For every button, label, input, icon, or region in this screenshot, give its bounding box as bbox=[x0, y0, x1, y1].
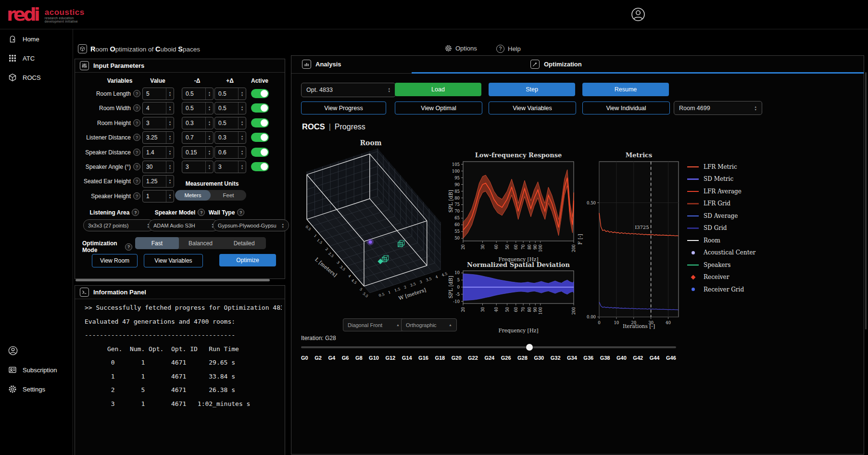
param-plus-input[interactable]: 0.5▲▼ bbox=[214, 117, 246, 129]
spinner-buttons[interactable]: ▲▼ bbox=[205, 132, 213, 143]
speaker-model-select[interactable]: ADAM Audio S3H▲▼ bbox=[149, 219, 219, 231]
param-value-input[interactable]: 1.4▲▼ bbox=[142, 146, 174, 159]
legend-item[interactable]: SD Metric bbox=[687, 173, 771, 186]
normalized-spatial-deviation-chart[interactable]: 1050-5-102030405060708090100200Normalize… bbox=[448, 260, 579, 337]
param-value-input[interactable]: 1.25▲▼ bbox=[142, 175, 174, 188]
redi-logo[interactable]: redi acoustics research education develo… bbox=[7, 6, 85, 24]
help-icon[interactable]: ? bbox=[133, 177, 140, 185]
spinner-buttons[interactable]: ▲▼ bbox=[238, 147, 246, 158]
sidebar-item-atc[interactable]: ATC bbox=[0, 49, 73, 68]
param-value-input[interactable]: 3▲▼ bbox=[142, 117, 174, 129]
legend-item[interactable]: SD Average bbox=[687, 210, 771, 222]
vertical-scrollbar[interactable] bbox=[865, 72, 867, 329]
mode-option-fast[interactable]: Fast bbox=[135, 237, 179, 249]
param-minus-input[interactable]: 0.15▲▼ bbox=[182, 146, 214, 159]
help-icon[interactable]: ? bbox=[237, 209, 244, 216]
spinner-buttons[interactable]: ▲▼ bbox=[238, 102, 246, 114]
help-icon[interactable]: ? bbox=[133, 149, 140, 156]
param-value-input[interactable]: 4▲▼ bbox=[142, 102, 174, 114]
help-icon[interactable]: ? bbox=[133, 119, 140, 126]
help-icon[interactable]: ? bbox=[133, 134, 140, 141]
param-minus-input[interactable]: 0.3▲▼ bbox=[182, 117, 214, 129]
spinner-buttons[interactable]: ▲▼ bbox=[205, 147, 213, 158]
help-icon[interactable]: ? bbox=[133, 104, 140, 112]
slider-track[interactable] bbox=[301, 346, 676, 348]
sidebar-item-home[interactable]: Home bbox=[0, 29, 73, 49]
spinner-buttons[interactable]: ▲▼ bbox=[238, 117, 246, 129]
param-value-input[interactable]: 3.25▲▼ bbox=[142, 131, 174, 144]
spinner-buttons[interactable]: ▲▼ bbox=[166, 88, 174, 100]
spinner-buttons[interactable]: ▲▼ bbox=[205, 161, 213, 173]
help-icon[interactable]: ? bbox=[133, 163, 140, 170]
spinner-buttons[interactable]: ▲▼ bbox=[166, 161, 174, 173]
wall-type-select[interactable]: Gypsum-Plywood-Gypsu▲▼ bbox=[213, 219, 289, 231]
sidebar-item-rocs[interactable]: ROCS bbox=[0, 68, 73, 87]
view-variables-button[interactable]: View Variables bbox=[489, 101, 576, 114]
optimization-select[interactable]: Opt. 4833▲▼ bbox=[301, 83, 396, 97]
spinner-buttons[interactable]: ▲▼ bbox=[205, 102, 213, 114]
param-plus-input[interactable]: 0.5▲▼ bbox=[214, 88, 246, 100]
view-variables-button[interactable]: View Variables bbox=[144, 254, 203, 267]
legend-item[interactable]: Receiver bbox=[687, 271, 771, 284]
legend-item[interactable]: Room bbox=[687, 234, 771, 247]
param-active-toggle[interactable] bbox=[251, 162, 269, 171]
view-progress-button[interactable]: View Progress bbox=[301, 101, 386, 114]
sidebar-item-subscription[interactable]: Subscription bbox=[0, 360, 73, 379]
legend-item[interactable]: Receiver Grid bbox=[687, 283, 771, 296]
projection-select[interactable]: Orthographic▲ bbox=[401, 318, 457, 331]
units-option-feet[interactable]: Feet bbox=[211, 190, 246, 201]
param-active-toggle[interactable] bbox=[251, 118, 269, 127]
legend-item[interactable]: LFR Metric bbox=[687, 161, 771, 173]
param-plus-input[interactable]: 3▲▼ bbox=[214, 161, 246, 173]
help-icon[interactable]: ? bbox=[133, 90, 140, 97]
help-button[interactable]: ? Help bbox=[496, 45, 521, 53]
param-minus-input[interactable]: 0.5▲▼ bbox=[182, 88, 214, 100]
step-button[interactable]: Step bbox=[489, 83, 575, 96]
mode-option-balanced[interactable]: Balanced bbox=[179, 237, 223, 249]
low-frequency-response-chart[interactable]: 5055606570758085909510010520304050607080… bbox=[448, 145, 579, 265]
legend-item[interactable]: LFR Grid bbox=[687, 198, 771, 210]
param-value-input[interactable]: 30▲▼ bbox=[142, 161, 174, 173]
spinner-buttons[interactable]: ▲▼ bbox=[166, 147, 174, 158]
spinner-buttons[interactable]: ▲▼ bbox=[166, 176, 174, 187]
legend-item[interactable]: Acoustical Center bbox=[687, 247, 771, 259]
spinner-buttons[interactable]: ▲▼ bbox=[205, 117, 213, 129]
sidebar-item-settings[interactable]: Settings bbox=[0, 379, 73, 399]
units-option-meters[interactable]: Meters bbox=[175, 190, 211, 201]
camera-view-select[interactable]: Diagonal Front▲ bbox=[343, 318, 404, 331]
horizontal-scrollbar[interactable] bbox=[75, 279, 270, 281]
param-minus-input[interactable]: 3▲▼ bbox=[182, 161, 214, 173]
options-button[interactable]: Options bbox=[445, 45, 477, 52]
param-minus-input[interactable]: 0.7▲▼ bbox=[182, 131, 214, 144]
legend-item[interactable]: Speakers bbox=[687, 259, 771, 271]
legend-item[interactable]: LFR Average bbox=[687, 185, 771, 198]
param-plus-input[interactable]: 0.5▲▼ bbox=[214, 102, 246, 114]
param-plus-input[interactable]: 0.3▲▼ bbox=[214, 131, 246, 144]
view-optimal-button[interactable]: View Optimal bbox=[395, 101, 482, 114]
param-plus-input[interactable]: 0.6▲▼ bbox=[214, 146, 246, 159]
listening-area-select[interactable]: 3x3x3 (27 points)▲▼ bbox=[83, 219, 154, 231]
param-minus-input[interactable]: 0.5▲▼ bbox=[182, 102, 214, 114]
help-icon[interactable]: ? bbox=[133, 192, 140, 200]
spinner-buttons[interactable]: ▲▼ bbox=[166, 117, 174, 129]
spinner-buttons[interactable]: ▲▼ bbox=[238, 88, 246, 100]
param-active-toggle[interactable] bbox=[251, 103, 269, 113]
tab-analysis[interactable]: Analysis bbox=[302, 56, 341, 73]
sidebar-account-button[interactable] bbox=[0, 341, 73, 360]
spinner-buttons[interactable]: ▲▼ bbox=[166, 102, 174, 114]
param-value-input[interactable]: 5▲▼ bbox=[142, 88, 174, 100]
help-icon[interactable]: ? bbox=[125, 243, 132, 251]
param-active-toggle[interactable] bbox=[251, 148, 269, 157]
legend-item[interactable]: SD Grid bbox=[687, 222, 771, 235]
view-individual-button[interactable]: View Individual bbox=[582, 101, 670, 114]
spinner-buttons[interactable]: ▲▼ bbox=[238, 132, 246, 143]
param-active-toggle[interactable] bbox=[251, 89, 269, 98]
optimize-button[interactable]: Optimize bbox=[219, 254, 276, 266]
spinner-buttons[interactable]: ▲▼ bbox=[238, 161, 246, 173]
spinner-buttons[interactable]: ▲▼ bbox=[205, 88, 213, 100]
user-avatar-button[interactable] bbox=[631, 7, 645, 22]
load-button[interactable]: Load bbox=[395, 83, 481, 96]
slider-handle[interactable] bbox=[526, 344, 533, 351]
param-active-toggle[interactable] bbox=[251, 133, 269, 142]
resume-button[interactable]: Resume bbox=[582, 83, 669, 96]
